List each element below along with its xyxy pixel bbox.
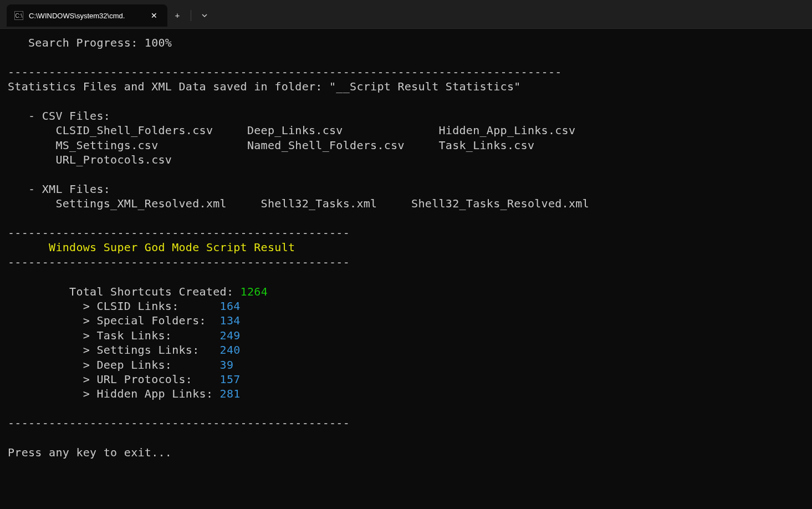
- csv-row: URL_Protocols.csv: [8, 153, 172, 166]
- breakdown-value: 281: [220, 387, 241, 400]
- breakdown-label: > Hidden App Links:: [8, 387, 220, 400]
- tab-title: C:\WINDOWS\system32\cmd.: [29, 12, 143, 20]
- breakdown-value: 249: [220, 329, 241, 342]
- breakdown-value: 240: [220, 343, 241, 357]
- breakdown-label: > Settings Links:: [8, 343, 220, 357]
- terminal-output[interactable]: Search Progress: 100% ------------------…: [0, 29, 812, 466]
- result-title: Windows Super God Mode Script Result: [8, 241, 295, 254]
- divider: ----------------------------------------…: [8, 65, 562, 79]
- title-bar: C:\ C:\WINDOWS\system32\cmd. ✕ +: [0, 0, 812, 29]
- breakdown-value: 164: [220, 299, 241, 313]
- csv-header: - CSV Files:: [8, 109, 110, 123]
- tab-controls: +: [167, 4, 215, 27]
- csv-row: CLSID_Shell_Folders.csv Deep_Links.csv H…: [8, 124, 575, 137]
- breakdown-value: 157: [220, 373, 241, 386]
- xml-header: - XML Files:: [8, 182, 110, 196]
- divider: ----------------------------------------…: [8, 256, 350, 269]
- tab-dropdown-button[interactable]: [195, 6, 215, 26]
- stats-saved-line: Statistics Files and XML Data saved in f…: [8, 80, 521, 93]
- breakdown-value: 39: [220, 358, 234, 371]
- total-label: Total Shortcuts Created:: [8, 285, 241, 298]
- xml-row: Settings_XML_Resolved.xml Shell32_Tasks.…: [8, 197, 589, 210]
- breakdown-label: > Task Links:: [8, 329, 220, 342]
- chevron-down-icon: [201, 12, 208, 19]
- exit-prompt: Press any key to exit...: [8, 446, 172, 459]
- tab-divider: [191, 10, 191, 21]
- breakdown-label: > Deep Links:: [8, 358, 220, 371]
- csv-row: MS_Settings.csv Named_Shell_Folders.csv …: [8, 139, 534, 152]
- close-tab-button[interactable]: ✕: [149, 10, 160, 21]
- total-value: 1264: [241, 285, 268, 298]
- active-tab[interactable]: C:\ C:\WINDOWS\system32\cmd. ✕: [7, 4, 167, 27]
- divider: ----------------------------------------…: [8, 416, 350, 430]
- progress-line: Search Progress: 100%: [8, 36, 172, 49]
- breakdown-value: 134: [220, 314, 241, 327]
- cmd-icon: C:\: [14, 11, 23, 20]
- divider: ----------------------------------------…: [8, 226, 350, 240]
- new-tab-button[interactable]: +: [167, 6, 187, 26]
- breakdown-label: > CLSID Links:: [8, 299, 220, 313]
- breakdown-label: > Special Folders:: [8, 314, 220, 327]
- breakdown-label: > URL Protocols:: [8, 373, 220, 386]
